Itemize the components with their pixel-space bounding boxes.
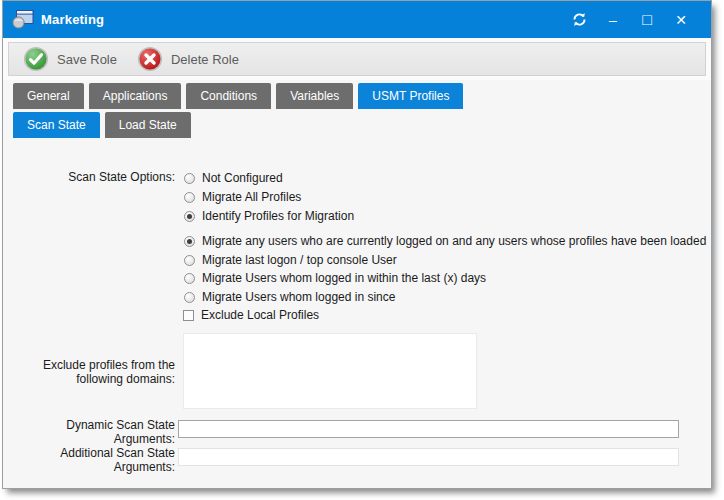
tab-conditions[interactable]: Conditions [186,83,271,109]
radio-migrate-last-x-days[interactable]: Migrate Users whom logged in within the … [184,271,486,285]
radio-migrate-last-logon[interactable]: Migrate last logon / top console User [184,253,397,267]
delete-role-button[interactable]: Delete Role [129,44,251,74]
application-window-icon [12,10,34,29]
close-button[interactable]: ✕ [669,8,693,32]
save-role-button[interactable]: Save Role [15,44,129,74]
scan-state-options-label: Scan State Options: [3,170,175,184]
radio-icon [184,273,195,284]
radio-icon [184,236,195,247]
radio-not-configured[interactable]: Not Configured [184,171,283,185]
radio-option-label: Migrate Users whom logged in within the … [202,271,486,285]
radio-option-label: Migrate last logon / top console User [202,253,397,267]
exclude-domains-label: Exclude profiles from the following doma… [3,358,175,386]
exclude-domains-textarea[interactable] [183,333,477,409]
minimize-button[interactable]: – [601,8,625,32]
green-check-circle-icon [23,46,49,72]
subtab-load-state[interactable]: Load State [105,112,191,138]
radio-option-label: Migrate Users whom logged in since [202,290,395,304]
radio-identify-profiles-for-migration[interactable]: Identify Profiles for Migration [184,209,354,223]
radio-option-label: Identify Profiles for Migration [202,209,354,223]
tab-general[interactable]: General [13,83,84,109]
window-title: Marketing [41,12,104,27]
radio-icon [184,211,195,222]
tab-usmt-profiles[interactable]: USMT Profiles [358,83,463,109]
window-controls: – □ ✕ [557,8,711,32]
toolbar-strip: Save Role Delete Role [3,38,711,80]
radio-option-label: Migrate any users who are currently logg… [202,234,706,248]
radio-icon [184,292,195,303]
radio-icon [184,173,195,184]
toolbar: Save Role Delete Role [8,42,706,76]
marketing-role-window: Marketing – □ ✕ [2,0,712,489]
checkbox-icon [183,310,194,321]
subtab-scan-state[interactable]: Scan State [13,112,100,138]
titlebar: Marketing – □ ✕ [3,1,711,38]
dynamic-args-label: Dynamic Scan State Arguments: [3,418,175,446]
radio-icon [184,192,195,203]
main-tab-bar: General Applications Conditions Variable… [13,83,463,109]
red-x-circle-icon [137,46,163,72]
radio-migrate-logged-on-users[interactable]: Migrate any users who are currently logg… [184,234,706,248]
sub-tab-bar: Scan State Load State [13,112,191,138]
checkbox-label: Exclude Local Profiles [201,308,319,322]
delete-role-label: Delete Role [171,52,239,67]
refresh-button[interactable] [567,8,591,32]
exclude-local-profiles-checkbox[interactable]: Exclude Local Profiles [183,308,319,322]
radio-icon [184,255,195,266]
maximize-button[interactable]: □ [635,8,659,32]
radio-migrate-all-profiles[interactable]: Migrate All Profiles [184,190,301,204]
radio-migrate-since[interactable]: Migrate Users whom logged in since [184,290,395,304]
radio-option-label: Not Configured [202,171,283,185]
tab-variables[interactable]: Variables [276,83,353,109]
tab-applications[interactable]: Applications [89,83,182,109]
refresh-icon [572,12,587,27]
additional-args-label: Additional Scan State Arguments: [3,446,175,474]
additional-args-input[interactable] [178,448,679,466]
save-role-label: Save Role [57,52,117,67]
radio-option-label: Migrate All Profiles [202,190,301,204]
dynamic-args-input[interactable] [178,420,679,438]
